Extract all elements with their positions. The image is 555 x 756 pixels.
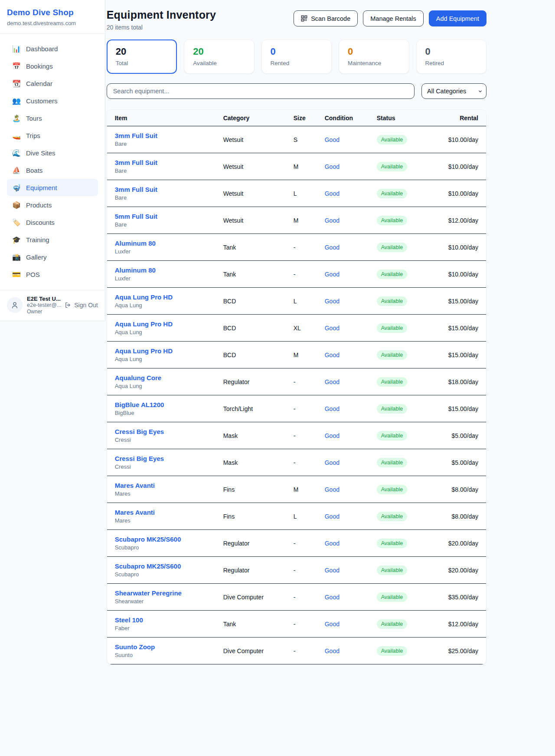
search-input[interactable]: [107, 83, 415, 99]
sidebar-item-icon: 📆: [12, 79, 21, 88]
item-condition-link[interactable]: Good: [325, 244, 377, 251]
manage-rentals-button[interactable]: Manage Rentals: [363, 10, 424, 26]
item-name-link[interactable]: Aluminum 80: [115, 240, 223, 247]
column-header-condition: Condition: [325, 115, 377, 122]
item-name-link[interactable]: Aluminum 80: [115, 266, 223, 274]
item-condition-link[interactable]: Good: [325, 136, 377, 143]
item-name-link[interactable]: Aqua Lung Pro HD: [115, 347, 223, 355]
manage-rentals-label: Manage Rentals: [370, 15, 416, 22]
item-condition-link[interactable]: Good: [325, 432, 377, 439]
category-select[interactable]: All Categories: [421, 83, 486, 99]
item-name-link[interactable]: Aqua Lung Pro HD: [115, 293, 223, 301]
sidebar-item[interactable]: 📆 Calendar: [7, 75, 98, 92]
table-row: Shearwater Peregrine Shearwater Dive Com…: [107, 584, 486, 611]
stat-card[interactable]: 0 Maintenance: [339, 39, 409, 74]
status-badge: Available: [377, 216, 408, 225]
stat-card[interactable]: 20 Available: [184, 39, 254, 74]
sign-out-button[interactable]: Sign Out: [65, 302, 98, 309]
item-name-link[interactable]: Suunto Zoop: [115, 643, 223, 651]
item-name-link[interactable]: Mares Avanti: [115, 482, 223, 489]
item-condition-link[interactable]: Good: [325, 594, 377, 601]
item-rental-price: $15.00/day: [448, 298, 478, 305]
status-badge: Available: [377, 512, 408, 521]
table-row: Steel 100 Faber Tank - Good Available $1…: [107, 611, 486, 638]
item-name-link[interactable]: Cressi Big Eyes: [115, 455, 223, 462]
sidebar-item[interactable]: ⛵ Boats: [7, 161, 98, 179]
item-category: Mask: [223, 432, 294, 439]
item-condition-link[interactable]: Good: [325, 405, 377, 412]
stat-card[interactable]: 0 Rented: [261, 39, 332, 74]
item-condition-link[interactable]: Good: [325, 190, 377, 197]
item-condition-link[interactable]: Good: [325, 567, 377, 574]
item-name-link[interactable]: 3mm Full Suit: [115, 159, 223, 166]
sidebar-item[interactable]: 🏷️ Discounts: [7, 214, 98, 231]
stat-label: Total: [116, 60, 168, 66]
item-name-link[interactable]: Aqualung Core: [115, 374, 223, 381]
sidebar-item[interactable]: 👥 Customers: [7, 92, 98, 109]
item-condition-link[interactable]: Good: [325, 540, 377, 547]
column-header-status: Status: [377, 115, 448, 122]
user-email: e2e-tester@...: [27, 302, 60, 308]
item-name-link[interactable]: Mares Avanti: [115, 509, 223, 516]
item-condition-link[interactable]: Good: [325, 621, 377, 628]
sidebar-item[interactable]: 🤿 Equipment: [7, 179, 98, 196]
item-category: Dive Computer: [223, 648, 294, 654]
scan-barcode-label: Scan Barcode: [311, 15, 350, 22]
item-condition-link[interactable]: Good: [325, 378, 377, 385]
sidebar-item[interactable]: 🏝️ Tours: [7, 109, 98, 127]
sidebar-item-label: Tours: [26, 115, 42, 122]
item-name-link[interactable]: Scubapro MK25/S600: [115, 536, 223, 543]
item-name-link[interactable]: Cressi Big Eyes: [115, 428, 223, 435]
sidebar-item[interactable]: 📦 Products: [7, 196, 98, 214]
item-condition-link[interactable]: Good: [325, 513, 377, 520]
item-brand: Suunto: [115, 652, 223, 658]
item-brand: Scubapro: [115, 571, 223, 578]
sidebar-item[interactable]: 🚤 Trips: [7, 127, 98, 144]
sidebar-item[interactable]: 📊 Dashboard: [7, 40, 98, 57]
item-brand: Mares: [115, 490, 223, 497]
item-rental-price: $15.00/day: [448, 352, 478, 358]
item-condition-link[interactable]: Good: [325, 486, 377, 493]
sidebar-item-icon: 📅: [12, 62, 21, 70]
item-name-link[interactable]: 5mm Full Suit: [115, 213, 223, 220]
item-name-link[interactable]: BigBlue AL1200: [115, 401, 223, 408]
add-equipment-button[interactable]: Add Equipment: [429, 10, 486, 26]
sidebar-item[interactable]: 📅 Bookings: [7, 57, 98, 75]
item-condition-link[interactable]: Good: [325, 217, 377, 224]
item-name-link[interactable]: Shearwater Peregrine: [115, 589, 223, 597]
sidebar-nav: 📊 Dashboard 📅 Bookings 📆 Calendar 👥 Cust…: [0, 34, 105, 287]
stat-card[interactable]: 20 Total: [107, 39, 177, 74]
item-brand: Luxfer: [115, 248, 223, 255]
stat-card[interactable]: 0 Retired: [416, 39, 486, 74]
item-brand: Faber: [115, 625, 223, 631]
stat-value: 20: [193, 46, 245, 57]
table-row: Cressi Big Eyes Cressi Mask - Good Avail…: [107, 449, 486, 476]
sidebar-item[interactable]: 🌊 Dive Sites: [7, 144, 98, 161]
sidebar-item[interactable]: 🎓 Training: [7, 231, 98, 248]
item-rental-price: $10.00/day: [448, 136, 478, 143]
column-header-category: Category: [223, 115, 294, 122]
sidebar-item-label: Calendar: [26, 80, 52, 87]
stat-label: Available: [193, 60, 245, 66]
item-condition-link[interactable]: Good: [325, 459, 377, 466]
item-category: Mask: [223, 459, 294, 466]
item-condition-link[interactable]: Good: [325, 298, 377, 305]
column-header-size: Size: [294, 115, 325, 122]
item-condition-link[interactable]: Good: [325, 352, 377, 358]
item-condition-link[interactable]: Good: [325, 325, 377, 332]
stat-label: Rented: [271, 60, 323, 66]
item-rental-price: $15.00/day: [448, 405, 478, 412]
item-condition-link[interactable]: Good: [325, 163, 377, 170]
item-name-link[interactable]: Scubapro MK25/S600: [115, 562, 223, 570]
sidebar-item[interactable]: 💳 POS: [7, 266, 98, 283]
item-name-link[interactable]: Steel 100: [115, 616, 223, 624]
item-name-link[interactable]: 3mm Full Suit: [115, 186, 223, 193]
item-condition-link[interactable]: Good: [325, 271, 377, 278]
item-name-link[interactable]: 3mm Full Suit: [115, 132, 223, 139]
item-condition-link[interactable]: Good: [325, 648, 377, 654]
scan-barcode-button[interactable]: Scan Barcode: [294, 10, 358, 26]
brand-title: Demo Dive Shop: [7, 8, 98, 17]
item-name-link[interactable]: Aqua Lung Pro HD: [115, 320, 223, 328]
sidebar-item[interactable]: 📸 Gallery: [7, 248, 98, 266]
item-category: Regulator: [223, 540, 294, 547]
